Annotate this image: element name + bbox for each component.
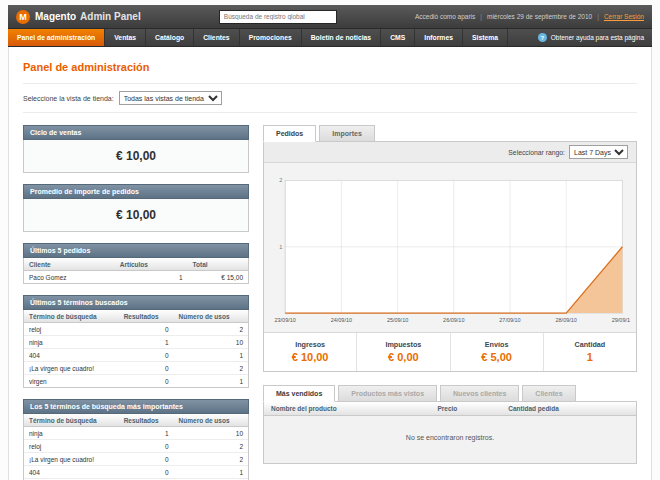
table-row[interactable]: reloj 0 2 [24,323,248,336]
svg-text:27/09/10: 27/09/10 [499,317,520,323]
tab-pedidos[interactable]: Pedidos [263,125,316,142]
table-row[interactable]: ninja 1 10 [24,336,248,349]
nav-item-ventas[interactable]: Ventas [105,29,146,46]
nav-item-clientes[interactable]: Clientes [194,29,239,46]
column-header: Número de usos [174,414,248,427]
nav-item-cms[interactable]: CMS [381,29,415,46]
stat-impuestos: Impuestos € 0,00 [356,333,449,371]
magento-logo-icon: M [16,10,30,24]
column-header: Término de búsqueda [24,414,119,427]
top-search-table: Término de búsqueda Resultados Número de… [23,414,249,480]
svg-text:24/09/10: 24/09/10 [331,317,352,323]
nav-item-boletin[interactable]: Boletín de noticias [302,29,381,46]
tab-mas-vendidos[interactable]: Más vendidos [263,385,335,402]
cell-uses: 1 [174,375,248,388]
store-view-select[interactable]: Todas las vistas de tienda [119,91,222,105]
cell-uses: 10 [174,427,248,440]
table-row[interactable]: reloj 0 2 [24,440,248,453]
table-row[interactable]: Paco Gomez 1 € 15,00 [24,271,248,284]
panel-title: Últimos 5 términos buscados [23,295,249,310]
nav-item-sistema[interactable]: Sistema [463,29,508,46]
svg-text:29/09/10: 29/09/10 [612,317,630,323]
page-title: Panel de administración [23,61,637,73]
column-header: Cliente [24,258,115,271]
cell-results: 0 [119,323,174,336]
column-header: Cantidad pedida [501,402,636,416]
range-select[interactable]: Last 7 Days [569,145,628,159]
svg-text:23/09/10: 23/09/10 [274,317,295,323]
cell-results: 0 [119,440,174,453]
cell-term: reloj [24,440,119,453]
products-box: Nombre del producto Precio Cantidad pedi… [263,402,637,464]
last-search-table: Término de búsqueda Resultados Número de… [23,310,249,388]
dashboard-right-column: Pedidos Importes Seleccionar rango: Last… [263,125,637,480]
cell-uses: 10 [174,336,248,349]
panel-title: Últimos 5 pedidos [23,243,249,258]
table-row[interactable]: ¡La virgen que cuadro! 0 2 [24,453,248,466]
panel-title: Ciclo de ventas [23,125,249,140]
cell-term: ¡La virgen que cuadro! [24,362,119,375]
tab-clientes[interactable]: Clientes [522,385,575,401]
top-search-terms-panel: Los 5 términos de búsqueda más important… [23,399,249,480]
table-row[interactable]: 404 0 1 [24,349,248,362]
cell-cliente: Paco Gomez [24,271,115,284]
help-link[interactable]: ? Obtener ayuda para esta página [530,29,652,46]
lifetime-sales-value: € 10,00 [23,140,249,173]
column-header: Total [188,258,248,271]
lifetime-sales-panel: Ciclo de ventas € 10,00 [23,125,249,173]
nav-item-informes[interactable]: Informes [415,29,463,46]
cell-term: ¡La virgen que cuadro! [24,453,119,466]
cell-term: 404 [24,349,119,362]
cell-results: 1 [119,427,174,440]
cell-results: 0 [119,375,174,388]
stat-ingresos: Ingresos € 10,00 [264,333,356,371]
logout-link[interactable]: Cerrar Sesión [604,13,644,20]
chart-tabs: Pedidos Importes [263,125,637,142]
brand: M Magento Admin Panel [16,10,141,24]
stat-envios: Envíos € 5,00 [450,333,543,371]
main-nav: Panel de administración Ventas Catálogo … [8,29,652,47]
table-row[interactable]: ninja 1 10 [24,427,248,440]
stat-label: Ingresos [264,340,356,349]
svg-text:1: 1 [279,244,282,250]
table-row[interactable]: virgen 0 1 [24,375,248,388]
cell-results: 0 [119,349,174,362]
cell-results: 0 [119,466,174,479]
logged-in-text: Accedió como aparis [415,13,475,20]
cell-term: 404 [24,466,119,479]
nav-item-dashboard[interactable]: Panel de administración [8,29,105,46]
help-icon: ? [538,33,547,42]
global-search-input[interactable] [219,10,337,24]
table-row[interactable]: 404 0 1 [24,466,248,479]
cell-uses: 1 [174,349,248,362]
tab-nuevos-clientes[interactable]: Nuevos clientes [440,385,519,401]
stats-row: Ingresos € 10,00 Impuestos € 0,00 Envíos… [264,332,636,371]
magento-admin-page: M Magento Admin Panel Accedió como apari… [8,5,652,480]
cell-term: ninja [24,427,119,440]
cell-results: 1 [119,336,174,349]
header-date: miércoles 29 de septiembre de 2010 [487,13,592,20]
orders-chart: 1223/09/1024/09/1025/09/1026/09/1027/09/… [270,171,630,330]
svg-text:2: 2 [279,177,282,183]
brand-name: Magento [35,11,76,22]
last-orders-panel: Últimos 5 pedidos Cliente Artículos Tota… [23,243,249,284]
table-row[interactable]: ¡La virgen que cuadro! 0 2 [24,362,248,375]
nav-item-catalogo[interactable]: Catálogo [146,29,194,46]
cell-term: reloj [24,323,119,336]
empty-message: No se encontraron registros. [264,416,636,463]
average-orders-panel: Promedio de importe de pedidos € 10,00 [23,184,249,232]
stat-value: € 5,00 [451,351,543,363]
table-header-row: Término de búsqueda Resultados Número de… [24,414,248,427]
column-header: Término de búsqueda [24,310,119,323]
column-header: Resultados [119,414,174,427]
tab-importes[interactable]: Importes [319,125,375,141]
tab-productos-mas-vistos[interactable]: Productos más vistos [338,385,437,401]
cell-total: € 15,00 [188,271,248,284]
column-header: Resultados [119,310,174,323]
cell-uses: 2 [174,323,248,336]
dashboard: Ciclo de ventas € 10,00 Promedio de impo… [23,125,637,480]
products-table: Nombre del producto Precio Cantidad pedi… [264,402,636,416]
help-label: Obtener ayuda para esta página [551,34,644,41]
nav-item-promociones[interactable]: Promociones [240,29,302,46]
cell-term: virgen [24,375,119,388]
